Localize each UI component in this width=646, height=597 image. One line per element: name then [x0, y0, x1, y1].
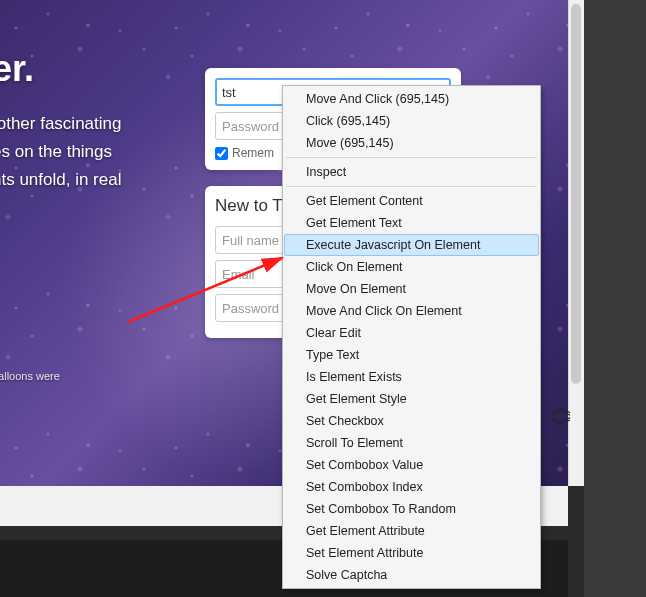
- chevron-controls: ︽ ︾: [548, 398, 576, 434]
- remember-label: Remem: [232, 146, 274, 160]
- app-root: er. other fascinating es on the things n…: [0, 0, 646, 597]
- menu-separator: [286, 186, 537, 187]
- menu-item-clear-edit[interactable]: Clear Edit: [284, 322, 539, 344]
- menu-item-move-on-element[interactable]: Move On Element: [284, 278, 539, 300]
- menu-item-get-element-text[interactable]: Get Element Text: [284, 212, 539, 234]
- chevron-down-icon[interactable]: ︾: [548, 416, 576, 434]
- context-menu[interactable]: Move And Click (695,145)Click (695,145)M…: [282, 85, 541, 589]
- menu-item-set-checkbox[interactable]: Set Checkbox: [284, 410, 539, 432]
- menu-item-move-and-click-on-element[interactable]: Move And Click On Element: [284, 300, 539, 322]
- menu-item-get-element-attribute[interactable]: Get Element Attribute: [284, 520, 539, 542]
- menu-separator: [286, 157, 537, 158]
- scrollbar-thumb[interactable]: [571, 4, 581, 384]
- editor-side-panel: [584, 0, 646, 597]
- menu-item-execute-javascript-on-element[interactable]: Execute Javascript On Element: [284, 234, 539, 256]
- menu-item-set-combobox-value[interactable]: Set Combobox Value: [284, 454, 539, 476]
- menu-item-move-695-145[interactable]: Move (695,145): [284, 132, 539, 154]
- menu-item-click-695-145[interactable]: Click (695,145): [284, 110, 539, 132]
- menu-item-is-element-exists[interactable]: Is Element Exists: [284, 366, 539, 388]
- menu-item-click-on-element[interactable]: Click On Element: [284, 256, 539, 278]
- menu-item-solve-captcha[interactable]: Solve Captcha: [284, 564, 539, 586]
- menu-item-set-element-attribute[interactable]: Set Element Attribute: [284, 542, 539, 564]
- remember-checkbox[interactable]: [215, 147, 228, 160]
- menu-item-move-and-click-695-145[interactable]: Move And Click (695,145): [284, 88, 539, 110]
- hero-subtitle: other fascinating es on the things nts u…: [0, 110, 121, 194]
- menu-item-set-combobox-index[interactable]: Set Combobox Index: [284, 476, 539, 498]
- hero-title: er.: [0, 48, 34, 90]
- menu-item-get-element-content[interactable]: Get Element Content: [284, 190, 539, 212]
- hero-caption: balloons were: [0, 370, 60, 382]
- menu-item-get-element-style[interactable]: Get Element Style: [284, 388, 539, 410]
- menu-item-scroll-to-element[interactable]: Scroll To Element: [284, 432, 539, 454]
- menu-item-type-text[interactable]: Type Text: [284, 344, 539, 366]
- menu-item-set-combobox-to-random[interactable]: Set Combobox To Random: [284, 498, 539, 520]
- menu-item-inspect[interactable]: Inspect: [284, 161, 539, 183]
